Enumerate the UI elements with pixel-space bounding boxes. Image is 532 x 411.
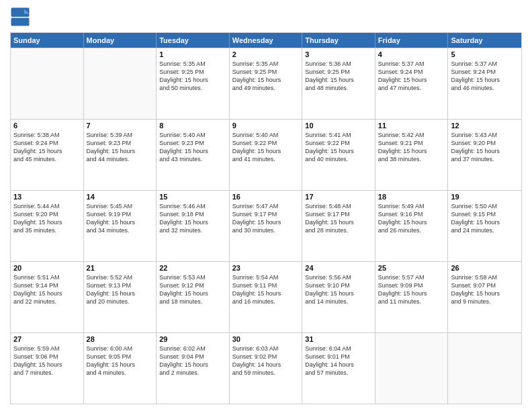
logo <box>10 7 32 27</box>
day-number: 28 <box>87 335 154 343</box>
day-info: Sunrise: 5:50 AM Sunset: 9:15 PM Dayligh… <box>451 202 519 235</box>
day-info: Sunrise: 5:44 AM Sunset: 9:20 PM Dayligh… <box>13 202 81 235</box>
day-number: 27 <box>13 335 81 343</box>
weekday-header: Saturday <box>448 33 521 48</box>
day-info: Sunrise: 6:04 AM Sunset: 9:01 PM Dayligh… <box>305 345 372 377</box>
calendar-cell: 15Sunrise: 5:46 AM Sunset: 9:18 PM Dayli… <box>157 191 230 261</box>
day-number: 20 <box>13 264 81 272</box>
calendar-row: 6Sunrise: 5:38 AM Sunset: 9:24 PM Daylig… <box>11 119 521 190</box>
day-info: Sunrise: 5:56 AM Sunset: 9:10 PM Dayligh… <box>305 273 372 306</box>
day-number: 26 <box>451 264 519 272</box>
day-number: 22 <box>159 264 226 272</box>
day-number: 18 <box>378 193 445 201</box>
calendar-header: SundayMondayTuesdayWednesdayThursdayFrid… <box>11 33 521 48</box>
page-container: SundayMondayTuesdayWednesdayThursdayFrid… <box>0 0 532 411</box>
day-info: Sunrise: 5:35 AM Sunset: 9:25 PM Dayligh… <box>232 60 300 93</box>
day-info: Sunrise: 5:40 AM Sunset: 9:22 PM Dayligh… <box>232 131 300 164</box>
day-number: 15 <box>159 193 226 201</box>
calendar-cell <box>375 333 449 404</box>
day-info: Sunrise: 5:48 AM Sunset: 9:17 PM Dayligh… <box>305 202 372 235</box>
calendar-cell: 10Sunrise: 5:41 AM Sunset: 9:22 PM Dayli… <box>302 120 375 190</box>
day-info: Sunrise: 5:53 AM Sunset: 9:12 PM Dayligh… <box>159 273 226 306</box>
calendar-row: 1Sunrise: 5:35 AM Sunset: 9:25 PM Daylig… <box>11 48 521 119</box>
calendar-cell: 20Sunrise: 5:51 AM Sunset: 9:14 PM Dayli… <box>11 262 84 332</box>
calendar-cell: 7Sunrise: 5:39 AM Sunset: 9:23 PM Daylig… <box>84 120 157 190</box>
day-info: Sunrise: 5:58 AM Sunset: 9:07 PM Dayligh… <box>451 273 519 306</box>
calendar-body: 1Sunrise: 5:35 AM Sunset: 9:25 PM Daylig… <box>11 48 521 404</box>
calendar-cell: 4Sunrise: 5:37 AM Sunset: 9:24 PM Daylig… <box>375 48 449 119</box>
day-info: Sunrise: 5:47 AM Sunset: 9:17 PM Dayligh… <box>232 202 300 235</box>
weekday-header: Wednesday <box>230 33 303 48</box>
day-number: 8 <box>159 122 226 130</box>
day-info: Sunrise: 5:43 AM Sunset: 9:20 PM Dayligh… <box>451 131 519 164</box>
day-info: Sunrise: 5:49 AM Sunset: 9:16 PM Dayligh… <box>378 202 445 235</box>
day-number: 5 <box>451 50 519 58</box>
day-info: Sunrise: 5:37 AM Sunset: 9:24 PM Dayligh… <box>378 60 445 93</box>
day-number: 10 <box>305 122 372 130</box>
day-info: Sunrise: 5:41 AM Sunset: 9:22 PM Dayligh… <box>305 131 372 164</box>
weekday-header: Friday <box>375 33 449 48</box>
day-info: Sunrise: 5:52 AM Sunset: 9:13 PM Dayligh… <box>87 273 154 306</box>
calendar-cell <box>84 48 157 119</box>
calendar-cell: 16Sunrise: 5:47 AM Sunset: 9:17 PM Dayli… <box>230 191 303 261</box>
day-info: Sunrise: 5:39 AM Sunset: 9:23 PM Dayligh… <box>87 131 154 164</box>
day-info: Sunrise: 5:46 AM Sunset: 9:18 PM Dayligh… <box>159 202 226 235</box>
page-header <box>10 7 522 27</box>
calendar-cell: 30Sunrise: 6:03 AM Sunset: 9:02 PM Dayli… <box>230 333 303 404</box>
calendar-cell: 22Sunrise: 5:53 AM Sunset: 9:12 PM Dayli… <box>157 262 230 332</box>
day-number: 30 <box>232 335 300 343</box>
calendar-cell: 31Sunrise: 6:04 AM Sunset: 9:01 PM Dayli… <box>302 333 375 404</box>
day-number: 13 <box>13 193 81 201</box>
day-info: Sunrise: 6:02 AM Sunset: 9:04 PM Dayligh… <box>159 345 226 377</box>
calendar-cell: 13Sunrise: 5:44 AM Sunset: 9:20 PM Dayli… <box>11 191 84 261</box>
calendar-cell: 11Sunrise: 5:42 AM Sunset: 9:21 PM Dayli… <box>375 120 449 190</box>
day-number: 25 <box>378 264 445 272</box>
day-number: 29 <box>159 335 226 343</box>
calendar-cell: 23Sunrise: 5:54 AM Sunset: 9:11 PM Dayli… <box>230 262 303 332</box>
calendar-cell: 25Sunrise: 5:57 AM Sunset: 9:09 PM Dayli… <box>375 262 449 332</box>
svg-rect-1 <box>11 18 30 26</box>
day-info: Sunrise: 5:51 AM Sunset: 9:14 PM Dayligh… <box>13 273 81 306</box>
day-info: Sunrise: 6:03 AM Sunset: 9:02 PM Dayligh… <box>232 345 300 377</box>
day-info: Sunrise: 5:42 AM Sunset: 9:21 PM Dayligh… <box>378 131 445 164</box>
day-number: 19 <box>451 193 519 201</box>
calendar-row: 13Sunrise: 5:44 AM Sunset: 9:20 PM Dayli… <box>11 190 521 261</box>
calendar-cell <box>11 48 84 119</box>
day-number: 9 <box>232 122 300 130</box>
calendar-cell: 14Sunrise: 5:45 AM Sunset: 9:19 PM Dayli… <box>84 191 157 261</box>
weekday-header: Tuesday <box>157 33 230 48</box>
day-number: 3 <box>305 50 372 58</box>
day-number: 1 <box>159 50 226 58</box>
calendar-cell: 21Sunrise: 5:52 AM Sunset: 9:13 PM Dayli… <box>84 262 157 332</box>
calendar-cell: 28Sunrise: 6:00 AM Sunset: 9:05 PM Dayli… <box>84 333 157 404</box>
day-info: Sunrise: 5:40 AM Sunset: 9:23 PM Dayligh… <box>159 131 226 164</box>
calendar-cell: 9Sunrise: 5:40 AM Sunset: 9:22 PM Daylig… <box>230 120 303 190</box>
calendar-row: 27Sunrise: 5:59 AM Sunset: 9:06 PM Dayli… <box>11 332 521 404</box>
day-info: Sunrise: 5:38 AM Sunset: 9:24 PM Dayligh… <box>13 131 81 164</box>
day-number: 14 <box>87 193 154 201</box>
day-number: 24 <box>305 264 372 272</box>
weekday-header: Monday <box>84 33 157 48</box>
calendar-cell: 8Sunrise: 5:40 AM Sunset: 9:23 PM Daylig… <box>157 120 230 190</box>
day-number: 4 <box>378 50 445 58</box>
calendar-cell: 24Sunrise: 5:56 AM Sunset: 9:10 PM Dayli… <box>302 262 375 332</box>
calendar-cell: 19Sunrise: 5:50 AM Sunset: 9:15 PM Dayli… <box>448 191 521 261</box>
calendar-cell: 12Sunrise: 5:43 AM Sunset: 9:20 PM Dayli… <box>448 120 521 190</box>
day-number: 11 <box>378 122 445 130</box>
calendar-cell: 26Sunrise: 5:58 AM Sunset: 9:07 PM Dayli… <box>448 262 521 332</box>
weekday-header: Sunday <box>11 33 84 48</box>
calendar-cell: 5Sunrise: 5:37 AM Sunset: 9:24 PM Daylig… <box>448 48 521 119</box>
day-info: Sunrise: 5:54 AM Sunset: 9:11 PM Dayligh… <box>232 273 300 306</box>
calendar-row: 20Sunrise: 5:51 AM Sunset: 9:14 PM Dayli… <box>11 261 521 332</box>
calendar-cell: 29Sunrise: 6:02 AM Sunset: 9:04 PM Dayli… <box>157 333 230 404</box>
calendar-cell: 17Sunrise: 5:48 AM Sunset: 9:17 PM Dayli… <box>302 191 375 261</box>
calendar-cell: 18Sunrise: 5:49 AM Sunset: 9:16 PM Dayli… <box>375 191 449 261</box>
day-number: 6 <box>13 122 81 130</box>
day-number: 12 <box>451 122 519 130</box>
calendar-cell: 27Sunrise: 5:59 AM Sunset: 9:06 PM Dayli… <box>11 333 84 404</box>
calendar-cell: 6Sunrise: 5:38 AM Sunset: 9:24 PM Daylig… <box>11 120 84 190</box>
day-info: Sunrise: 5:59 AM Sunset: 9:06 PM Dayligh… <box>13 345 81 377</box>
day-number: 17 <box>305 193 372 201</box>
day-number: 2 <box>232 50 300 58</box>
day-info: Sunrise: 5:57 AM Sunset: 9:09 PM Dayligh… <box>378 273 445 306</box>
